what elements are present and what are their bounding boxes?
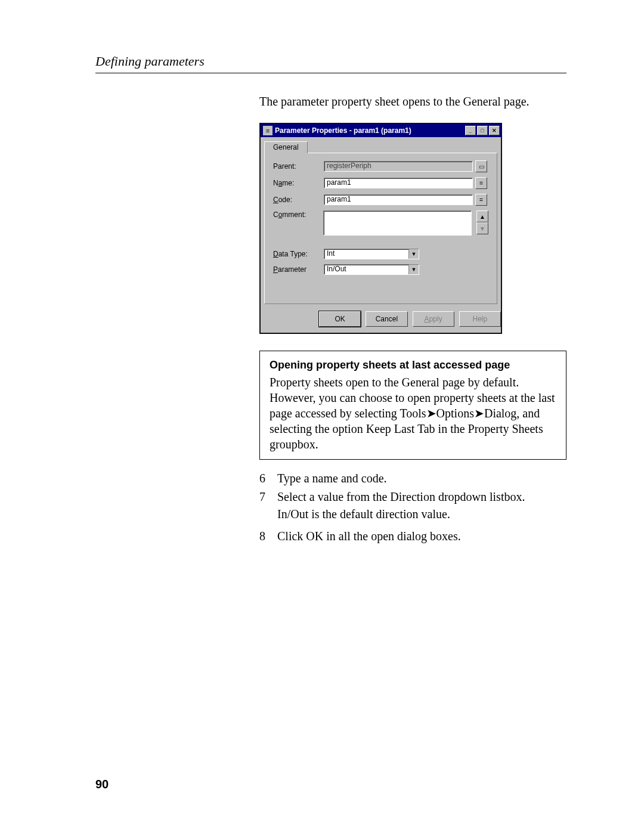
- note-title: Opening property sheets at last accessed…: [270, 358, 556, 372]
- page-number: 90: [95, 778, 109, 791]
- code-equals-button[interactable]: =: [475, 194, 487, 206]
- label-parameter: Parameter: [273, 265, 324, 274]
- apply-button[interactable]: Apply: [413, 311, 454, 327]
- step-7: 7 Select a value from the Direction drop…: [259, 490, 566, 525]
- window-title: Parameter Properties - param1 (param1): [275, 126, 465, 135]
- parameter-properties-dialog: ≡ Parameter Properties - param1 (param1)…: [259, 123, 502, 334]
- titlebar: ≡ Parameter Properties - param1 (param1)…: [261, 124, 501, 137]
- comment-scroll-up[interactable]: ▲: [476, 210, 488, 222]
- label-name: Name:: [273, 179, 324, 187]
- general-tab-panel: Parent: registerPeriph ▭ Name: param1 = …: [264, 153, 497, 304]
- note-box: Opening property sheets at last accessed…: [259, 351, 566, 460]
- system-menu-icon[interactable]: ≡: [263, 126, 273, 135]
- ok-button[interactable]: OK: [319, 311, 361, 327]
- data-type-select[interactable]: Int ▼: [324, 249, 419, 259]
- note-body: Property sheets open to the General page…: [270, 376, 555, 451]
- cancel-button[interactable]: Cancel: [366, 311, 407, 327]
- browse-parent-button[interactable]: ▭: [475, 160, 487, 172]
- intro-text: The parameter property sheet opens to th…: [259, 95, 566, 109]
- chevron-down-icon: ▼: [408, 265, 419, 274]
- name-input[interactable]: param1: [324, 178, 473, 188]
- comment-textarea[interactable]: [323, 210, 472, 236]
- parent-field: registerPeriph: [324, 161, 473, 172]
- chevron-down-icon: ▼: [408, 249, 419, 259]
- help-button[interactable]: Help: [459, 311, 501, 327]
- comment-scroll-down[interactable]: ▼: [476, 222, 488, 234]
- minimize-button[interactable]: _: [465, 126, 476, 135]
- parameter-direction-select[interactable]: In/Out ▼: [324, 264, 419, 275]
- step-7-sub: In/Out is the default direction value.: [277, 507, 566, 521]
- label-parent: Parent:: [273, 162, 324, 171]
- tab-general[interactable]: General: [264, 141, 308, 153]
- label-data-type: Data Type:: [273, 250, 324, 258]
- maximize-button[interactable]: □: [477, 126, 488, 135]
- running-header: Defining parameters: [95, 54, 566, 73]
- code-input[interactable]: param1: [324, 194, 473, 205]
- step-8: 8 Click OK in all the open dialog boxes.: [259, 529, 566, 543]
- name-equals-button[interactable]: =: [475, 177, 487, 189]
- step-6: 6 Type a name and code.: [259, 472, 566, 485]
- label-code: Code:: [273, 196, 324, 204]
- close-button[interactable]: ✕: [489, 126, 500, 135]
- label-comment: Comment:: [273, 210, 323, 219]
